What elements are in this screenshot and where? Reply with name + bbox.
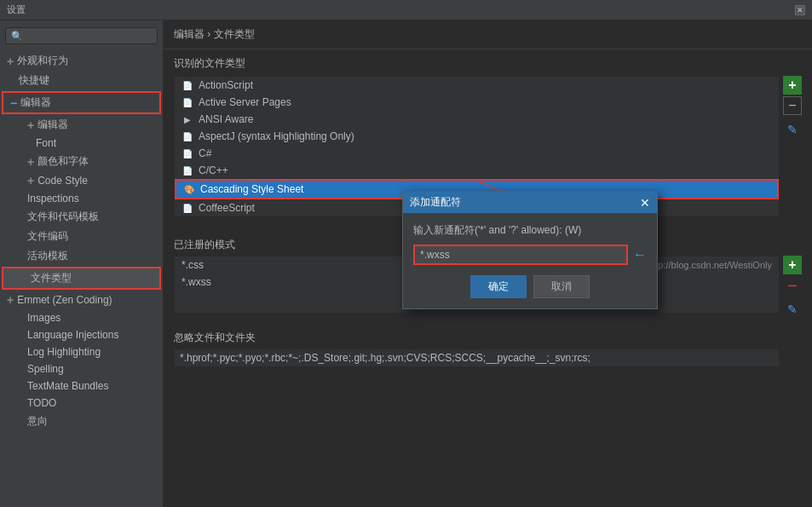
sidebar-item-todo[interactable]: TODO xyxy=(0,395,163,412)
sidebar-item-appearance[interactable]: + 外观和行为 xyxy=(0,51,163,71)
window-controls: ✕ xyxy=(795,5,805,15)
dialog-cancel-button[interactable]: 取消 xyxy=(533,275,590,298)
sidebar-item-emmet[interactable]: + Emmet (Zen Coding) xyxy=(0,291,163,309)
sidebar-item-label: Spelling xyxy=(27,363,64,375)
title-bar: 设置 ✕ xyxy=(0,0,812,20)
breadcrumb: 编辑器 › 文件类型 xyxy=(164,20,812,49)
collapse-icon: − xyxy=(10,96,17,110)
file-type-label: ActionScript xyxy=(199,79,253,91)
dialog-close-button[interactable]: ✕ xyxy=(640,196,650,210)
sidebar-item-label: 外观和行为 xyxy=(17,54,68,68)
ignore-title: 忽略文件和文件夹 xyxy=(174,331,802,345)
ignore-section: 忽略文件和文件夹 xyxy=(174,331,802,367)
file-icon: 🎨 xyxy=(183,183,195,195)
file-type-ansi[interactable]: ▶ ANSI Aware xyxy=(175,111,779,128)
pattern-url: http://blog.csdn.net/WestiOnly xyxy=(648,260,772,270)
file-type-csharp[interactable]: 📄 C# xyxy=(175,145,779,162)
remove-pattern-button[interactable]: − xyxy=(783,276,802,295)
recognized-section-title: 识别的文件类型 xyxy=(174,56,802,71)
search-box[interactable]: 🔍 xyxy=(5,27,158,44)
arrow-icon: ← xyxy=(633,247,647,262)
file-icon: ▶ xyxy=(181,113,193,125)
sidebar-item-shortcuts[interactable]: 快捷键 xyxy=(0,71,163,90)
dialog-buttons: 确定 取消 xyxy=(413,275,647,298)
file-icon: 📄 xyxy=(181,164,193,176)
editor-section-highlight: − 编辑器 xyxy=(2,91,161,114)
sidebar-item-editor-sub[interactable]: + 编辑器 xyxy=(0,115,163,135)
sidebar-item-spelling[interactable]: Spelling xyxy=(0,360,163,377)
sidebar-item-code-style[interactable]: + Code Style xyxy=(0,171,163,190)
edit-file-type-button[interactable]: ✎ xyxy=(783,120,802,139)
sidebar-item-label: 颜色和字体 xyxy=(37,154,89,169)
sidebar-item-file-types[interactable]: 文件类型 xyxy=(3,268,159,288)
file-icon: 📄 xyxy=(181,79,193,91)
sidebar-item-label: 快捷键 xyxy=(19,73,49,88)
file-type-asp[interactable]: 📄 Active Server Pages xyxy=(175,94,779,111)
file-type-label: CoffeeScript xyxy=(199,202,255,214)
file-icon: 📄 xyxy=(181,147,193,159)
file-type-label: C/C++ xyxy=(199,164,228,176)
file-type-label: AspectJ (syntax Highlighting Only) xyxy=(199,130,354,142)
expand-icon: + xyxy=(7,55,14,68)
sidebar-item-language-injections[interactable]: Language Injections xyxy=(0,326,163,343)
expand-icon: + xyxy=(27,118,34,132)
ignore-input[interactable] xyxy=(174,349,780,367)
remove-file-type-button[interactable]: − xyxy=(783,96,802,115)
file-type-actionscript[interactable]: 📄 ActionScript xyxy=(175,77,779,94)
sidebar-item-inspections[interactable]: Inspections xyxy=(0,190,163,207)
file-icon: 📄 xyxy=(181,130,193,142)
sidebar-item-label: 意向 xyxy=(27,414,48,429)
sidebar-item-images[interactable]: Images xyxy=(0,309,163,326)
sidebar: 🔍 + 外观和行为 快捷键 − 编辑器 + 编辑器 Font xyxy=(0,20,164,507)
file-icon: 📄 xyxy=(181,96,193,108)
dialog-confirm-button[interactable]: 确定 xyxy=(470,275,527,298)
sidebar-item-label: 文件和代码模板 xyxy=(27,210,99,224)
file-list-buttons: + − ✎ xyxy=(783,76,802,226)
sidebar-item-file-code-template[interactable]: 文件和代码模板 xyxy=(0,207,163,227)
file-icon: 📄 xyxy=(181,202,193,214)
pattern-buttons: + − ✎ xyxy=(783,256,802,319)
expand-icon: + xyxy=(7,293,14,307)
expand-icon: + xyxy=(27,155,34,169)
sidebar-item-label: Font xyxy=(36,137,56,149)
file-type-label: Active Server Pages xyxy=(199,96,291,108)
sidebar-item-textmate[interactable]: TextMate Bundles xyxy=(0,377,163,395)
sidebar-item-log-highlighting[interactable]: Log Highlighting xyxy=(0,343,163,360)
add-file-type-button[interactable]: + xyxy=(783,76,802,95)
sidebar-item-label: TextMate Bundles xyxy=(27,380,108,392)
sidebar-item-label: 编辑器 xyxy=(37,118,68,132)
sidebar-item-label: Images xyxy=(27,312,60,324)
sidebar-item-colors[interactable]: + 颜色和字体 xyxy=(0,152,163,171)
dialog-input-row: ← xyxy=(413,245,647,265)
search-input[interactable] xyxy=(26,30,152,42)
sidebar-item-label: 文件编码 xyxy=(27,229,68,244)
sidebar-item-label: TODO xyxy=(27,397,56,409)
main-container: 🔍 + 外观和行为 快捷键 − 编辑器 + 编辑器 Font xyxy=(0,20,812,507)
sidebar-item-label: Emmet (Zen Coding) xyxy=(17,294,112,306)
sidebar-item-label: Language Injections xyxy=(27,329,118,341)
window-title: 设置 xyxy=(7,3,26,16)
sidebar-item-label: 编辑器 xyxy=(20,95,51,110)
sidebar-item-editor-section[interactable]: − 编辑器 xyxy=(3,93,159,112)
search-icon: 🔍 xyxy=(11,31,23,42)
dialog-title: 添加通配符 xyxy=(410,195,461,210)
sidebar-item-file-encoding[interactable]: 文件编码 xyxy=(0,227,163,246)
file-type-label: Cascading Style Sheet xyxy=(200,183,303,195)
wildcard-input[interactable] xyxy=(413,245,628,265)
sidebar-item-orientation[interactable]: 意向 xyxy=(0,412,163,431)
add-wildcard-dialog: 添加通配符 ✕ 输入新通配符('*' and '?' allowed): (W)… xyxy=(402,191,658,309)
expand-icon: + xyxy=(27,174,34,187)
sidebar-item-live-template[interactable]: 活动模板 xyxy=(0,246,163,266)
file-types-highlight: 文件类型 xyxy=(2,267,161,290)
file-type-aspectj[interactable]: 📄 AspectJ (syntax Highlighting Only) xyxy=(175,128,779,145)
sidebar-item-label: Code Style xyxy=(37,175,88,187)
sidebar-item-label: 活动模板 xyxy=(27,249,68,263)
sidebar-item-label: 文件类型 xyxy=(31,271,72,285)
sidebar-item-font[interactable]: Font xyxy=(0,135,163,152)
add-pattern-button[interactable]: + xyxy=(783,256,802,274)
close-button[interactable]: ✕ xyxy=(795,5,805,15)
edit-pattern-button[interactable]: ✎ xyxy=(783,300,802,319)
file-type-cpp[interactable]: 📄 C/C++ xyxy=(175,162,779,179)
pattern-label: *.css xyxy=(181,259,204,271)
file-type-label: C# xyxy=(199,147,211,159)
